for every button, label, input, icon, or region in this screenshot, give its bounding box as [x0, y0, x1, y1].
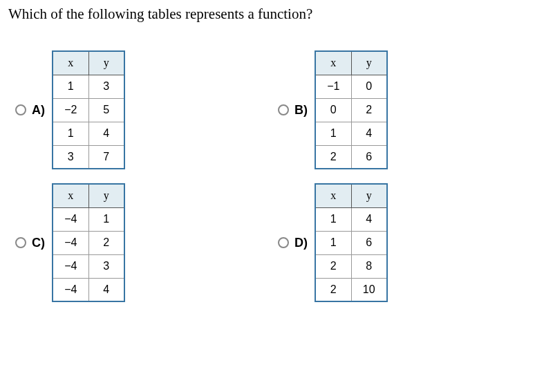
option-c-radio-label[interactable]: C): [15, 236, 45, 250]
col-y: y: [88, 184, 124, 207]
table-row: 14: [315, 122, 387, 145]
table-row: −43: [53, 254, 124, 278]
table-row: 26: [315, 145, 387, 169]
option-d-label: D): [294, 236, 308, 250]
radio-icon[interactable]: [278, 104, 289, 115]
options-grid: A) x y 13 −25 14 37 B) x y −10 02 14 26: [15, 50, 485, 302]
table-row: 13: [53, 75, 124, 98]
option-a-radio-label[interactable]: A): [15, 103, 45, 118]
table-row: 14: [315, 207, 387, 231]
col-x: x: [53, 184, 88, 207]
table-row: 37: [53, 145, 124, 169]
table-row: −44: [53, 278, 124, 301]
radio-icon[interactable]: [15, 237, 26, 248]
option-d-radio-label[interactable]: D): [278, 236, 308, 250]
option-b-label: B): [294, 103, 308, 118]
radio-icon[interactable]: [15, 104, 26, 115]
table-row: 02: [315, 98, 387, 122]
table-row: 14: [53, 122, 124, 145]
option-d[interactable]: D) x y 14 16 28 210: [278, 183, 485, 302]
option-b-radio-label[interactable]: B): [278, 103, 308, 118]
table-row: 28: [315, 254, 387, 278]
table-row: 210: [315, 278, 387, 301]
table-d: x y 14 16 28 210: [315, 183, 388, 302]
table-row: −41: [53, 207, 124, 231]
col-y: y: [351, 184, 387, 207]
option-a-label: A): [32, 103, 45, 118]
option-c-label: C): [32, 236, 45, 250]
col-y: y: [351, 51, 387, 75]
table-c: x y −41 −42 −43 −44: [52, 183, 125, 302]
col-x: x: [315, 51, 351, 75]
table-row: −10: [315, 75, 387, 98]
col-y: y: [88, 51, 124, 75]
col-x: x: [53, 51, 88, 75]
table-row: −25: [53, 98, 124, 122]
option-c[interactable]: C) x y −41 −42 −43 −44: [15, 183, 223, 302]
option-a[interactable]: A) x y 13 −25 14 37: [15, 50, 223, 169]
table-row: 16: [315, 231, 387, 254]
radio-icon[interactable]: [278, 237, 289, 248]
question-text: Which of the following tables represents…: [8, 6, 545, 23]
table-a: x y 13 −25 14 37: [52, 50, 125, 169]
table-b: x y −10 02 14 26: [315, 50, 388, 169]
table-row: −42: [53, 231, 124, 254]
col-x: x: [315, 184, 351, 207]
option-b[interactable]: B) x y −10 02 14 26: [278, 50, 485, 169]
